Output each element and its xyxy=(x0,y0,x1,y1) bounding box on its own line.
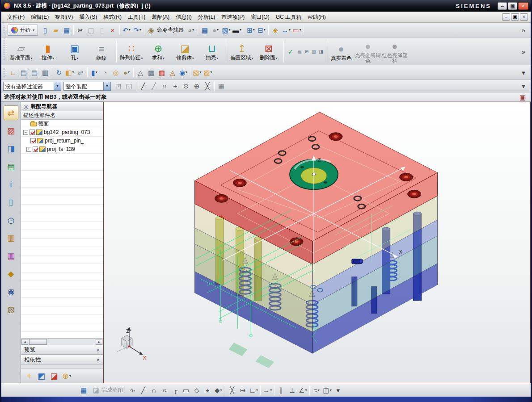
menu-item-10[interactable]: 窗口(O) xyxy=(248,12,272,22)
hd3d-tool-tab-icon[interactable]: ◨ xyxy=(4,141,18,156)
perpendicular-constraint-icon[interactable]: ⊥ xyxy=(287,385,297,396)
edit-object-display-icon[interactable]: ◔ xyxy=(100,67,110,78)
view-in-layer-icon[interactable]: ▤ xyxy=(29,67,40,78)
prompt-dock-icon[interactable]: ▣ xyxy=(517,92,528,102)
menu-item-8[interactable]: 分析(L) xyxy=(195,12,219,22)
arc-icon[interactable]: ∩ xyxy=(148,385,159,396)
command-finder-label[interactable]: 命令查找器 xyxy=(157,26,184,34)
toolbar1-overflow-icon[interactable]: » xyxy=(518,25,529,35)
tree-node-sections[interactable]: 截面 xyxy=(21,120,103,128)
menu-item-11[interactable]: GC 工具箱 xyxy=(273,12,304,22)
checkbox-checked[interactable] xyxy=(30,130,35,135)
toolbar-grip[interactable] xyxy=(4,25,6,34)
snap-center-icon[interactable]: ⊙ xyxy=(181,81,191,92)
mdi-minimize-button[interactable]: – xyxy=(502,13,510,21)
history-palette-tab-icon[interactable]: ▯ xyxy=(4,195,18,209)
menu-item-0[interactable]: 文件(F) xyxy=(4,12,28,22)
shell-button[interactable]: ⊔抽壳▾ xyxy=(198,42,225,62)
point-icon[interactable]: + xyxy=(202,385,213,396)
finish-sketch-button[interactable]: ◪ 完成草图 xyxy=(89,385,127,395)
copy-icon[interactable]: ◫ xyxy=(86,25,97,35)
command-finder-icon[interactable]: ◉ xyxy=(146,25,156,35)
more-curves-icon[interactable]: ◆▾ xyxy=(213,385,224,396)
menu-item-2[interactable]: 视图(V) xyxy=(52,12,76,22)
red-plastic-shading-button[interactable]: ●红色亮泽塑料 xyxy=(381,40,408,64)
rotate-view-icon[interactable]: ↻ xyxy=(54,67,64,78)
expander-open-icon[interactable]: − xyxy=(23,130,28,135)
redo-icon[interactable]: ↷▾ xyxy=(132,25,143,35)
save-icon[interactable]: ▦ xyxy=(61,25,72,35)
pattern-curve-icon[interactable]: ◫▾ xyxy=(322,385,333,396)
offset-curve-icon[interactable]: ≈▾ xyxy=(311,385,322,396)
triangle-tool-icon[interactable]: △ xyxy=(135,67,146,78)
menu-item-5[interactable]: 工具(T) xyxy=(125,12,148,22)
fillet-icon[interactable]: ╭ xyxy=(170,385,181,396)
dependencies-section-header[interactable]: 相依性 ∨ xyxy=(21,355,103,364)
part-navigator-tab-icon[interactable]: ▤ xyxy=(4,159,18,174)
process-studio-tab-icon[interactable]: ▥ xyxy=(4,230,18,245)
graphics-viewport[interactable]: Z X xyxy=(103,102,531,383)
paste-icon[interactable]: ▯ xyxy=(97,25,107,35)
line-icon[interactable]: ╱ xyxy=(138,385,148,396)
checkbox-checked[interactable] xyxy=(30,138,36,143)
true-shading-button[interactable]: ●真实着色 xyxy=(328,42,355,61)
thread-button[interactable]: ≡螺纹 xyxy=(88,42,115,61)
features-overflow-icon[interactable]: » xyxy=(518,46,529,57)
undo-icon[interactable]: ↶▾ xyxy=(121,25,132,35)
roles-tab-icon[interactable]: ◆ xyxy=(4,266,18,281)
restore-button[interactable]: ▣ xyxy=(508,2,517,10)
tree-node-return-pin[interactable]: proj_return_pin_ xyxy=(21,137,103,145)
preview-section-header[interactable]: 预览 ∨ xyxy=(21,345,103,355)
view-triad[interactable]: Z X xyxy=(117,327,147,361)
view-cube-icon[interactable]: ▧▾ xyxy=(221,25,232,35)
delete-icon[interactable]: × xyxy=(107,25,118,35)
dimension-tool-icon[interactable]: ▭▾ xyxy=(291,25,302,35)
combo-arrow-icon[interactable]: ▾ xyxy=(54,82,61,90)
sketch-overflow-icon[interactable]: ▾ xyxy=(333,385,343,396)
system-clock-tab-icon[interactable]: ◷ xyxy=(4,213,18,227)
circle-icon[interactable]: ○ xyxy=(159,385,170,396)
snap-arc-icon[interactable]: ∩ xyxy=(159,81,170,92)
select-solid-face-icon[interactable]: ◳ xyxy=(113,81,124,92)
flip-display-icon[interactable]: ◪ xyxy=(48,370,60,382)
datum-plane-button[interactable]: ▱基准平面▾ xyxy=(8,42,34,62)
snap-grid-icon[interactable]: ▦ xyxy=(216,81,227,92)
open-folder-icon[interactable]: ▰ xyxy=(51,25,61,35)
menu-item-4[interactable]: 格式(R) xyxy=(100,12,125,22)
quick-extend-icon[interactable]: ↦ xyxy=(237,385,248,396)
menu-item-12[interactable]: 帮助(H) xyxy=(304,12,329,22)
sync-b-icon[interactable]: ⊞ xyxy=(303,48,310,55)
close-button[interactable]: × xyxy=(518,2,528,10)
copper-shading-button[interactable]: ●光亮金属铜色 xyxy=(355,40,381,64)
minimize-button[interactable]: – xyxy=(498,2,507,10)
shaded-view-icon[interactable]: ●▾ xyxy=(210,25,221,35)
snap-midpoint-icon[interactable]: ╱ xyxy=(148,81,159,92)
view-layout-icon[interactable]: ▦ xyxy=(199,25,210,35)
snap-endpoint-icon[interactable]: ╱ xyxy=(138,81,148,92)
checkbox-checked[interactable] xyxy=(33,147,38,152)
horizontal-scrollbar[interactable]: ◄ ► xyxy=(21,338,103,345)
udf-box-a-icon[interactable]: ▧▾ xyxy=(192,67,203,78)
tree-node-fs[interactable]: + proj_fs_139 xyxy=(21,145,103,154)
view-background-icon[interactable]: ▬▾ xyxy=(232,25,242,35)
udf-box-b-icon[interactable]: ▨▾ xyxy=(203,67,213,78)
snap-point-icon[interactable]: + xyxy=(170,81,181,92)
menu-item-7[interactable]: 信息(I) xyxy=(173,12,194,22)
tree-node-root[interactable]: − bg142_parting_073 xyxy=(21,128,103,137)
move-object-icon[interactable]: ◎ xyxy=(110,67,121,78)
snap-quadrant-icon[interactable]: ⊕ xyxy=(191,81,202,92)
constraint-navigator-tab-icon[interactable]: ▨ xyxy=(4,123,18,138)
scrollbar-thumb[interactable] xyxy=(29,339,47,345)
info-browser-tab-icon[interactable]: i xyxy=(4,177,18,192)
toolbar-grip[interactable] xyxy=(4,68,6,77)
sync-c-icon[interactable]: ▥ xyxy=(310,48,317,55)
select-solid-body-icon[interactable]: ◱ xyxy=(124,81,135,92)
unite-button[interactable]: ⊕求和▾ xyxy=(145,42,172,62)
sync-d-icon[interactable]: ◨ xyxy=(317,48,325,55)
selection-scope-combo[interactable]: 整个装配 ▾ xyxy=(63,82,111,91)
spreadsheet-icon[interactable]: ▦ xyxy=(146,67,156,78)
hole-button[interactable]: ▣孔▾ xyxy=(61,42,88,62)
measure-distance-icon[interactable]: ↔▾ xyxy=(281,25,291,35)
quick-trim-icon[interactable]: ╳ xyxy=(227,385,237,396)
snap-orient-icon[interactable]: ◈ xyxy=(270,25,281,35)
